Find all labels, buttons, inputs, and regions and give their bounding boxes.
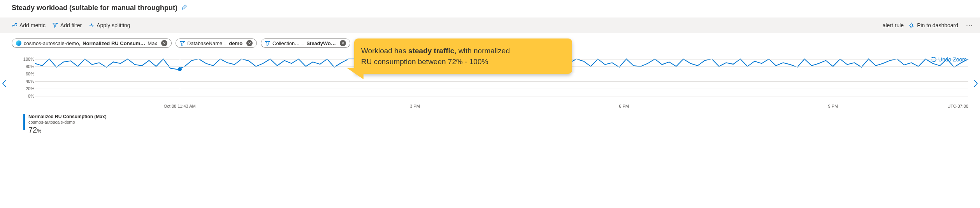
apply-splitting-button[interactable]: Apply splitting (89, 22, 130, 28)
filter-pill-database[interactable]: DatabaseName = demo ✕ (176, 38, 257, 48)
filter2-key: Collection… = (272, 40, 304, 46)
callout-text-2: RU consumption between 72% - 100% (361, 56, 563, 67)
close-icon[interactable]: ✕ (161, 40, 167, 46)
y-tick-label: 20% (22, 86, 34, 91)
add-metric-label: Add metric (19, 22, 46, 28)
apply-split-label: Apply splitting (97, 22, 130, 28)
metric-name: Normalized RU Consum… (83, 40, 145, 46)
filter2-val: SteadyWo… (306, 40, 336, 46)
x-axis: UTC-07:00 Oct 08 11:43 AM3 PM6 PM9 PM (35, 104, 968, 112)
more-icon[interactable]: ··· (964, 21, 975, 30)
chart-legend[interactable]: Normalized RU Consumption (Max) cosmos-a… (23, 114, 968, 135)
add-metric-button[interactable]: Add metric (12, 22, 46, 28)
gridline (35, 96, 968, 96)
y-tick-label: 0% (22, 94, 34, 98)
legend-unit: % (37, 128, 41, 134)
undo-zoom-button[interactable]: Undo Zoom (931, 56, 967, 63)
close-icon[interactable]: ✕ (340, 40, 346, 46)
legend-current-value: 72 (28, 126, 37, 134)
timezone-label: UTC-07:00 (947, 104, 968, 108)
annotation-callout: Workload has steady traffic, with normal… (354, 38, 572, 74)
metric-resource: cosmos-autoscale-demo, (24, 40, 80, 46)
edit-icon[interactable] (181, 4, 187, 12)
cursor-line (180, 57, 180, 96)
filter-pill-collection[interactable]: Collection… = SteadyWo… ✕ (261, 38, 350, 48)
pin-dashboard-button[interactable]: Pin to dashboard (909, 22, 958, 28)
filter1-key: DatabaseName = (187, 40, 227, 46)
alert-rule-label: alert rule (883, 22, 904, 28)
x-tick-label: Oct 08 11:43 AM (164, 104, 196, 108)
y-tick-label: 40% (22, 79, 34, 84)
chart-area: Undo Zoom Workload has steady traffic, w… (12, 57, 968, 112)
callout-text-1a: Workload has (361, 47, 408, 55)
y-tick-label: 100% (22, 57, 34, 61)
pin-dash-label: Pin to dashboard (917, 22, 958, 28)
cosmos-icon (16, 40, 21, 46)
x-tick-label: 9 PM (828, 104, 838, 108)
y-tick-label: 80% (22, 64, 34, 69)
legend-metric-name: Normalized RU Consumption (Max) (28, 114, 107, 120)
alert-rule-button[interactable]: alert rule (883, 22, 904, 28)
x-tick-label: 6 PM (619, 104, 629, 108)
x-tick-label: 3 PM (410, 104, 420, 108)
add-filter-button[interactable]: Add filter (53, 22, 82, 28)
metric-agg: Max (148, 40, 157, 46)
next-chart-button[interactable] (973, 80, 978, 89)
legend-color-swatch (23, 114, 25, 130)
y-tick-label: 60% (22, 72, 34, 76)
chart-toolbar: Add metric Add filter Apply splitting al… (0, 17, 980, 33)
prev-chart-button[interactable] (2, 80, 7, 89)
cursor-marker (178, 67, 182, 71)
legend-resource-name: cosmos-autoscale-demo (28, 120, 107, 125)
gridline (35, 81, 968, 82)
undo-zoom-label: Undo Zoom (938, 56, 967, 63)
callout-text-1b: steady traffic (408, 47, 454, 55)
filter1-val: demo (229, 40, 242, 46)
gridline (35, 89, 968, 89)
metric-pill[interactable]: cosmos-autoscale-demo, Normalized RU Con… (12, 38, 172, 48)
close-icon[interactable]: ✕ (246, 40, 253, 46)
page-title: Steady workload (suitable for manual thr… (12, 4, 177, 12)
callout-text-1c: , with normalized (454, 47, 510, 55)
add-filter-label: Add filter (60, 22, 82, 28)
